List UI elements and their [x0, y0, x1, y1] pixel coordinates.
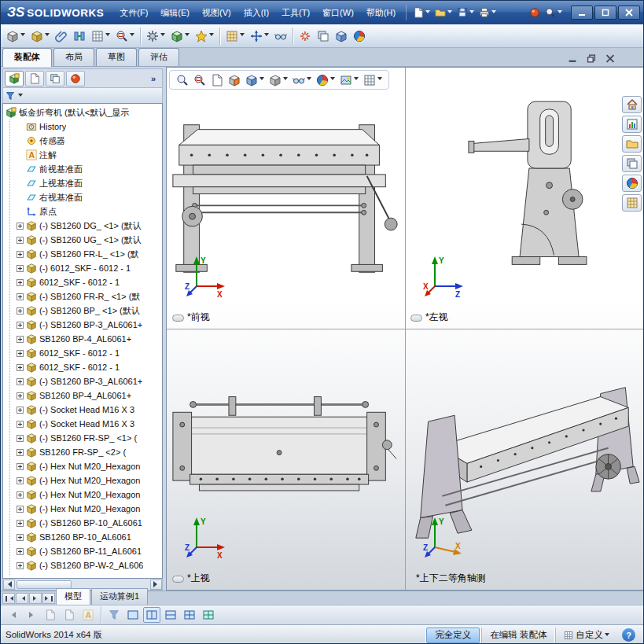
edit-component-icon[interactable] — [4, 26, 28, 46]
tab-layout[interactable]: 布局 — [53, 48, 94, 66]
tab-assembly[interactable]: 装配体 — [2, 48, 52, 67]
menu-file[interactable]: 文件(F) — [113, 4, 154, 22]
expand-icon[interactable] — [17, 336, 24, 343]
design-library-tab[interactable] — [622, 116, 642, 133]
expand-icon[interactable] — [17, 548, 24, 555]
expand-icon[interactable] — [17, 449, 24, 456]
first-tab-icon[interactable] — [2, 593, 15, 604]
tree-item-component[interactable]: (-) SB1260 FR-R_ <1> (默 — [6, 289, 162, 304]
tree-item-annotations[interactable]: 注解 — [6, 148, 162, 162]
feature-manager-tab[interactable] — [5, 71, 24, 86]
tree-item-component[interactable]: SB1260 BP-10_AL6061 — [6, 530, 162, 544]
view-settings-icon[interactable] — [362, 73, 384, 87]
save-button[interactable] — [454, 6, 477, 20]
selection-filter-icon[interactable] — [105, 607, 123, 623]
menu-view[interactable]: 视图(V) — [196, 4, 237, 22]
expand-icon[interactable] — [17, 477, 24, 484]
two-view-horizontal-icon[interactable] — [162, 607, 179, 623]
dimension-tool-icon[interactable] — [61, 607, 78, 623]
tree-item-front-plane[interactable]: 前视基准面 — [6, 162, 162, 176]
tab-evaluate[interactable]: 评估 — [138, 48, 179, 66]
previous-tab-icon[interactable] — [16, 593, 28, 604]
previous-view-icon[interactable] — [209, 73, 225, 87]
appearance-ball-icon[interactable] — [351, 26, 368, 46]
new-document-button[interactable] — [410, 6, 432, 20]
single-view-icon[interactable] — [124, 607, 142, 623]
expand-icon[interactable] — [17, 562, 24, 569]
display-manager-tab[interactable] — [66, 71, 85, 86]
forward-icon[interactable] — [23, 607, 40, 623]
exploded-view-icon[interactable] — [296, 26, 314, 46]
linear-component-pattern-icon[interactable] — [89, 26, 112, 46]
instant3d-icon[interactable] — [333, 26, 350, 46]
property-manager-tab[interactable] — [25, 71, 44, 86]
maximize-button[interactable] — [594, 6, 616, 20]
viewport-front[interactable]: *前视 Y X Z — [167, 68, 405, 329]
mate-icon[interactable] — [71, 26, 88, 46]
expand-icon[interactable] — [17, 251, 24, 258]
smart-fasteners-icon[interactable] — [144, 26, 167, 46]
minimize-button[interactable] — [571, 6, 593, 20]
doc-minimize-icon[interactable] — [568, 54, 577, 63]
print-button[interactable] — [477, 6, 499, 20]
hide-show-items-icon[interactable] — [291, 73, 313, 87]
configuration-manager-tab[interactable] — [46, 71, 64, 86]
expand-icon[interactable] — [17, 265, 24, 272]
tree-item-component[interactable]: (-) 6012_SKF - 6012 - 1 — [6, 261, 162, 275]
tree-item-component[interactable]: (-) SB1260 BP-10_AL6061 — [6, 516, 162, 530]
tree-item-component[interactable]: 6012_SKF - 6012 - 1 — [6, 346, 162, 360]
filter-bar[interactable] — [2, 87, 163, 103]
tree-item-component[interactable]: SB1260 BP-4_AL6061+ — [6, 332, 162, 346]
expand-icon[interactable] — [17, 322, 24, 329]
tree-item-component[interactable]: (-) SB1260 DG_ <1> (默认 — [6, 219, 162, 233]
scroll-right-icon[interactable] — [150, 580, 162, 590]
tree-item-component[interactable]: (-) SB1260 UG_ <1> (默认 — [6, 233, 162, 247]
scrollbar-thumb[interactable] — [17, 580, 72, 589]
quick-help-icon[interactable]: ? — [622, 628, 635, 642]
tree-item-component[interactable]: (-) SB1260 BP_ <1> (默认 — [6, 304, 162, 318]
expand-icon[interactable] — [17, 534, 24, 541]
tree-item-history[interactable]: History — [6, 120, 162, 134]
viewport-left[interactable]: *左视 Y Z X — [405, 68, 643, 329]
tree-item-component[interactable]: (-) Hex Nut M20_Hexagon — [6, 473, 162, 488]
attachment-icon[interactable] — [53, 26, 70, 46]
expand-icon[interactable] — [17, 378, 24, 385]
tree-root[interactable]: 钣金折弯机 (默认<默认_显示 — [6, 105, 162, 120]
expand-icon[interactable] — [17, 520, 24, 527]
expand-icon[interactable] — [17, 421, 24, 428]
expand-icon[interactable] — [17, 223, 24, 230]
tree-item-component[interactable]: (-) SB1260 BP-3_AL6061+ — [6, 318, 162, 332]
tree-item-component[interactable]: (-) SB1260 BP-3_AL6061+ — [6, 374, 162, 388]
component-sparkle-icon[interactable] — [193, 26, 216, 46]
expand-icon[interactable] — [17, 506, 24, 513]
show-hidden-components-icon[interactable] — [272, 26, 289, 46]
bill-of-materials-icon[interactable] — [315, 26, 332, 46]
linked-views-icon[interactable] — [200, 607, 217, 623]
assembly-features-icon[interactable] — [168, 26, 192, 46]
tree-item-top-plane[interactable]: 上视基准面 — [6, 176, 162, 190]
display-style-icon[interactable] — [267, 73, 289, 87]
solidworks-resources-icon[interactable] — [527, 6, 543, 20]
edit-appearance-icon[interactable] — [315, 73, 337, 87]
solidworks-resources-tab[interactable] — [622, 96, 642, 113]
file-explorer-tab[interactable] — [622, 135, 642, 153]
reference-geometry-icon[interactable] — [223, 26, 247, 46]
tab-motion-study[interactable]: 运动算例1 — [91, 588, 148, 605]
tree-item-component[interactable]: (-) SB1260 BP-11_AL6061 — [6, 544, 162, 558]
two-view-icon[interactable] — [143, 607, 160, 623]
tree-item-component[interactable]: 6012_SKF - 6012 - 1 — [6, 275, 162, 289]
tree-item-component[interactable]: (-) Hex Nut M20_Hexagon — [6, 459, 162, 473]
last-tab-icon[interactable] — [42, 593, 55, 604]
menu-insert[interactable]: 插入(I) — [237, 4, 275, 22]
viewport-isometric[interactable]: *上下二等角轴测 Y X Z — [405, 329, 643, 590]
expand-icon[interactable] — [17, 392, 24, 399]
zoom-fit-icon[interactable] — [175, 73, 190, 87]
viewport-divider-horizontal[interactable] — [167, 329, 643, 329]
help-menu-icon[interactable] — [543, 6, 565, 20]
expand-icon[interactable] — [17, 364, 24, 371]
tree-item-component[interactable]: (-) SB1260 BP-W-2_AL606 — [6, 558, 162, 572]
view-orientation-icon[interactable] — [244, 73, 266, 87]
expand-icon[interactable] — [17, 293, 24, 300]
expand-icon[interactable] — [17, 279, 24, 286]
tree-item-component[interactable]: (-) SB1260 FR-SP_ <1> ( — [6, 431, 162, 445]
